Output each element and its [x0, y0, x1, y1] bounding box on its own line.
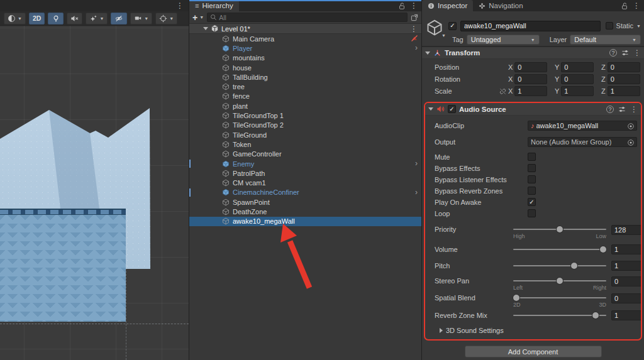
lock-icon[interactable]	[621, 2, 628, 10]
rotation-y-field[interactable]: 0	[561, 74, 594, 84]
priority-value-field[interactable]: 128	[611, 225, 641, 235]
3d-sound-settings-foldout[interactable]: 3D Sound Settings	[435, 325, 637, 335]
rotation-x-field[interactable]: 0	[514, 74, 547, 84]
picker-window-icon[interactable]	[411, 14, 418, 21]
hierarchy-item-cinemachineconfiner[interactable]: CinemachineConfiner›	[189, 188, 421, 197]
pitch-value-field[interactable]: 1	[611, 261, 641, 271]
static-checkbox[interactable]	[606, 22, 613, 30]
object-picker-icon[interactable]	[627, 123, 635, 130]
help-icon[interactable]: ?	[609, 49, 617, 57]
hierarchy-item-deathzone[interactable]: DeathZone	[189, 207, 421, 216]
shading-mode-button[interactable]: ▼	[4, 13, 26, 25]
hierarchy-item-tree[interactable]: tree	[189, 82, 421, 91]
prefab-expand-arrow[interactable]: ›	[415, 44, 418, 52]
audio-mute-toggle-button[interactable]	[67, 13, 82, 25]
hierarchy-item-house[interactable]: house	[189, 63, 421, 72]
component-kebab-icon[interactable]: ⋮	[633, 49, 641, 57]
lock-icon[interactable]	[398, 2, 406, 10]
priority-slider[interactable]: HighLow	[513, 225, 606, 234]
hierarchy-item-tallbuilding[interactable]: TallBuilding	[189, 72, 421, 82]
help-icon[interactable]: ?	[606, 106, 614, 113]
position-x-field[interactable]: 0	[514, 62, 547, 72]
hierarchy-item-plant[interactable]: plant	[189, 101, 421, 111]
foldout-open-icon[interactable]	[425, 52, 430, 55]
foldout-open-icon[interactable]	[428, 107, 433, 111]
hierarchy-item-player[interactable]: Player›	[189, 43, 421, 53]
presets-icon[interactable]	[621, 49, 629, 57]
hierarchy-item-mountains[interactable]: mountains	[189, 53, 421, 63]
object-picker-icon[interactable]	[627, 139, 635, 146]
slider-handle[interactable]	[557, 278, 563, 284]
scene-kebab-icon[interactable]: ⋮	[410, 25, 418, 33]
spatial-blend-value-field[interactable]: 0	[611, 293, 641, 303]
scene-menu-kebab-icon[interactable]: ⋮	[176, 2, 184, 9]
stereo-pan-slider[interactable]: LeftRight	[513, 276, 606, 285]
bypass-listener-effects-checkbox[interactable]	[528, 175, 536, 183]
static-dropdown-arrow[interactable]: ▼	[636, 24, 641, 28]
volume-value-field[interactable]: 1	[611, 244, 641, 254]
hierarchy-item-patrolpath[interactable]: PatrolPath	[189, 168, 421, 178]
slider-handle[interactable]	[592, 312, 599, 319]
spatial-blend-slider[interactable]: 2D3D	[513, 293, 606, 302]
slider-handle[interactable]	[571, 263, 577, 269]
volume-slider[interactable]	[513, 245, 606, 254]
tab-hierarchy[interactable]: ≡ Hierarchy	[189, 0, 239, 11]
2d-toggle-button[interactable]: 2D	[29, 13, 45, 25]
scale-x-field[interactable]: 1	[514, 86, 547, 96]
add-component-button[interactable]: Add Component	[465, 346, 602, 357]
hierarchy-item-tileground[interactable]: TileGround	[189, 130, 421, 139]
tag-dropdown[interactable]: Untagged ▼	[467, 35, 540, 45]
gameobject-name-field[interactable]	[460, 21, 601, 31]
output-object-field[interactable]: None (Audio Mixer Group)	[528, 137, 637, 147]
component-kebab-icon[interactable]: ⋮	[630, 106, 638, 113]
scene-header-row[interactable]: Level 01* ⋮	[189, 24, 421, 34]
bypass-effects-checkbox[interactable]	[528, 164, 536, 172]
loop-checkbox[interactable]	[528, 209, 536, 217]
hierarchy-search-box[interactable]	[207, 13, 408, 22]
audio-source-header[interactable]: ✓ Audio Source ? ⋮	[425, 103, 641, 116]
search-input[interactable]	[219, 14, 404, 21]
hierarchy-item-cm-vcam1[interactable]: CM vcam1	[189, 178, 421, 187]
constrain-proportions-icon[interactable]	[499, 87, 508, 95]
lighting-toggle-button[interactable]	[48, 13, 64, 25]
slider-handle[interactable]	[513, 295, 519, 301]
play-on-awake-checkbox[interactable]: ✓	[528, 198, 536, 206]
hidden-objects-toggle-button[interactable]	[111, 13, 127, 25]
hidden-in-scene-icon[interactable]	[411, 35, 418, 42]
pitch-slider[interactable]	[513, 261, 606, 270]
audioclip-object-field[interactable]: ♪awake10_megaWall	[528, 121, 637, 131]
reverb-zone-mix-slider[interactable]	[513, 311, 606, 320]
hierarchy-item-token[interactable]: Token	[189, 139, 421, 149]
foldout-open-icon[interactable]	[203, 27, 208, 30]
rotation-z-field[interactable]: 0	[608, 74, 640, 84]
prefab-expand-arrow[interactable]: ›	[415, 160, 418, 168]
scale-y-field[interactable]: 1	[561, 86, 594, 96]
hierarchy-item-gamecontroller[interactable]: GameController	[189, 150, 421, 159]
hierarchy-menu-kebab-icon[interactable]: ⋮	[410, 2, 418, 9]
slider-handle[interactable]	[600, 246, 606, 253]
slider-handle[interactable]	[557, 226, 563, 232]
transform-header[interactable]: Transform ? ⋮	[422, 46, 644, 59]
component-enabled-checkbox[interactable]: ✓	[448, 105, 456, 113]
inspector-menu-kebab-icon[interactable]: ⋮	[633, 2, 640, 9]
tab-navigation[interactable]: Navigation	[473, 0, 528, 11]
presets-icon[interactable]	[618, 106, 626, 113]
hierarchy-item-fence[interactable]: fence	[189, 92, 421, 101]
active-checkbox[interactable]: ✓	[448, 22, 457, 30]
hierarchy-item-enemy[interactable]: Enemy›	[189, 159, 421, 168]
reverb-zone-mix-value-field[interactable]: 1	[611, 310, 641, 320]
hierarchy-item-spawnpoint[interactable]: SpawnPoint	[189, 197, 421, 207]
hierarchy-item-tilegroundtop-2[interactable]: TileGroundTop 2	[189, 121, 421, 130]
hierarchy-item-main-camera[interactable]: Main Camera	[189, 34, 421, 43]
create-object-button[interactable]: + ▼	[192, 13, 204, 22]
hierarchy-item-tilegroundtop-1[interactable]: TileGroundTop 1	[189, 111, 421, 120]
gizmos-toggle-button[interactable]: ▼	[155, 13, 177, 25]
bypass-reverb-zones-checkbox[interactable]	[528, 187, 536, 195]
scene-viewport[interactable]	[0, 26, 189, 360]
hierarchy-item-awake10-megawall[interactable]: awake10_megaWall	[189, 217, 421, 226]
position-z-field[interactable]: 0	[608, 62, 640, 72]
scale-z-field[interactable]: 1	[608, 86, 640, 96]
camera-overlay-button[interactable]: ▼	[130, 13, 152, 25]
layer-dropdown[interactable]: Default ▼	[570, 35, 641, 45]
gameobject-cube-icon[interactable]: ▼	[426, 18, 445, 37]
